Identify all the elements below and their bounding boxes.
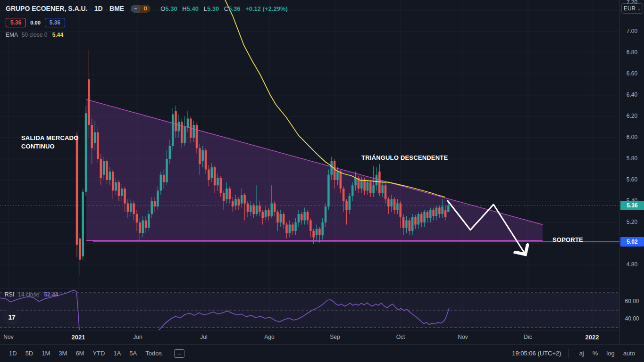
price-tick: 6.20 <box>620 113 644 119</box>
rsi-indicator-name: RSI <box>5 291 14 298</box>
price-tick: 6.60 <box>620 70 644 77</box>
time-tick-jul: Jul <box>200 334 207 340</box>
rsi-legend[interactable]: RSI 14 close 52.44 <box>5 291 58 298</box>
ohlc-values: O5.30 H5.40 L5.30 C5.36 +0.12 (+2.29%) <box>157 5 288 12</box>
annotation-text-line: CONTINUO <box>21 142 78 151</box>
rsi-tick: 60.00 <box>620 298 644 304</box>
range-button-1m[interactable]: 1M <box>37 348 54 358</box>
trading-chart-app: GRUPO ECOENER, S.A.U. · 1D · BME – D O5.… <box>0 0 644 362</box>
chevron-down-icon: ⌄ <box>637 7 641 11</box>
annotation-triangulo-descendente[interactable]: TRIÁNGULO DESCENDENTE <box>361 154 448 161</box>
mode-button-percent[interactable]: % <box>588 348 602 358</box>
time-tick-dic: Dic <box>524 334 532 340</box>
time-tick-nov: Nov <box>458 334 468 340</box>
time-tick-2021: 2021 <box>72 334 85 341</box>
price-tick: 5.80 <box>620 155 644 162</box>
toolbar-divider <box>568 349 569 358</box>
price-tick: 5.60 <box>620 176 644 183</box>
price-tick: 5.20 <box>620 219 644 225</box>
interval-label[interactable]: 1D <box>94 5 103 12</box>
price-tick: 7.20 <box>620 0 644 6</box>
range-button-1d[interactable]: 1D <box>5 348 21 358</box>
ema-indicator-params: 50 close 0 <box>22 32 48 38</box>
price-tick: 6.00 <box>620 134 644 140</box>
clock-label[interactable]: 19:05:06 (UTC+2) <box>512 350 561 357</box>
open-label: O <box>160 5 165 12</box>
toolbar-divider <box>170 349 170 358</box>
time-tick-ago: Ago <box>264 334 274 340</box>
range-buttons: 1D5D1M3M6MYTD1A5ATodos <box>5 348 166 358</box>
price-tick: 7.00 <box>620 28 644 34</box>
bottom-toolbar: 1D5D1M3M6MYTD1A5ATodos → 19:05:06 (UTC+2… <box>0 344 644 362</box>
rsi-indicator-value: 52.44 <box>44 291 58 298</box>
range-button-3m[interactable]: 3M <box>54 348 71 358</box>
go-to-date-icon[interactable]: → <box>174 349 184 358</box>
annotation-soporte[interactable]: SOPORTE <box>552 236 583 243</box>
price-axis[interactable]: EUR ⌄ 5.36 5.02 7.207.006.806.606.406.20… <box>619 0 644 344</box>
price-tick: 6.40 <box>620 91 644 98</box>
time-axis[interactable]: ⚙ Nov2021JunJulAgoSepOctNovDic2022 <box>0 330 644 344</box>
price-tick: 4.80 <box>620 261 644 268</box>
time-tick-nov: Nov <box>3 334 13 340</box>
exchange-label: BME <box>109 5 124 12</box>
visibility-interval-pill[interactable]: – D <box>131 5 151 13</box>
time-tick-oct: Oct <box>396 334 405 340</box>
sell-price-button[interactable]: 5.36 <box>6 18 26 27</box>
time-tick-jun: Jun <box>133 334 142 340</box>
rsi-pane <box>0 288 619 330</box>
chart-canvas[interactable] <box>0 0 619 330</box>
rsi-tick: 40.00 <box>620 315 644 322</box>
high-value: 5.40 <box>187 5 199 12</box>
mode-button-auto[interactable]: auto <box>619 348 639 358</box>
range-button-1a[interactable]: 1A <box>109 348 125 358</box>
range-button-6m[interactable]: 6M <box>71 348 88 358</box>
symbol-title[interactable]: GRUPO ECOENER, S.A.U. <box>6 5 87 12</box>
currency-label: EUR <box>624 5 636 12</box>
low-value: 5.30 <box>207 5 219 12</box>
low-label: L <box>204 5 207 12</box>
annotation-text-line: SALIDA MERCADO <box>21 134 78 142</box>
separator-dot: · <box>105 5 107 12</box>
mode-button-aj[interactable]: aj <box>575 348 588 358</box>
close-value: 5.36 <box>228 5 240 12</box>
scale-mode-buttons: aj%logauto <box>575 348 639 358</box>
high-label: H <box>182 5 186 12</box>
range-button-5a[interactable]: 5A <box>125 348 141 358</box>
annotation-salida-mercado-continuo[interactable]: SALIDA MERCADO CONTINUO <box>21 134 78 151</box>
time-tick-2022: 2022 <box>585 334 599 341</box>
spread-value: 0.00 <box>30 20 40 25</box>
eye-toggle-icon[interactable]: – <box>131 5 140 13</box>
last-price-badge: 5.36 <box>620 201 644 210</box>
triangle-pattern-fill <box>86 99 543 240</box>
time-tick-sep: Sep <box>330 334 340 340</box>
close-label: C <box>224 5 228 12</box>
buy-price-button[interactable]: 5.36 <box>45 18 65 27</box>
mode-button-log[interactable]: log <box>602 348 619 358</box>
ema-legend[interactable]: EMA 50 close 0 5.44 <box>6 32 288 38</box>
interval-badge: D <box>140 5 151 13</box>
price-tick: 6.80 <box>620 49 644 56</box>
rsi-indicator-params: 14 close <box>18 291 39 298</box>
separator-dot: · <box>90 5 92 12</box>
chart-legend: GRUPO ECOENER, S.A.U. · 1D · BME – D O5.… <box>6 4 288 38</box>
range-button-ytd[interactable]: YTD <box>88 348 109 358</box>
change-value: +0.12 (+2.29%) <box>245 5 288 12</box>
range-button-todos[interactable]: Todos <box>141 348 166 358</box>
ema-indicator-value: 5.44 <box>52 32 63 38</box>
tradingview-logo[interactable]: 17 <box>3 308 20 326</box>
ema-indicator-name: EMA <box>6 32 17 38</box>
open-value: 5.30 <box>165 5 177 12</box>
range-button-5d[interactable]: 5D <box>21 348 38 358</box>
support-price-badge: 5.02 <box>620 237 644 247</box>
